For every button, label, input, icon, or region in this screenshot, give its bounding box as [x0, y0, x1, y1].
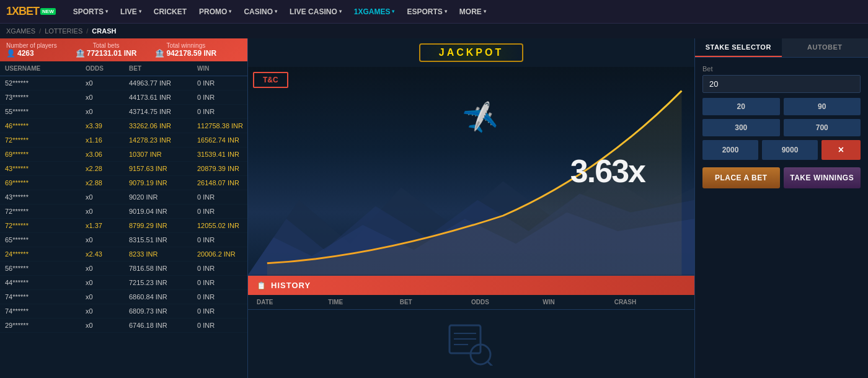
td-bet: 6746.18 INR	[124, 319, 192, 332]
table-row: 55****** x0 43714.75 INR 0 INR	[0, 105, 247, 119]
td-bet: 9020 INR	[124, 190, 192, 204]
table-row: 29****** x0 6746.18 INR 0 INR	[0, 319, 247, 333]
table-row: 72****** x1.37 8799.29 INR 12055.02 INR	[0, 219, 247, 233]
td-username: 74******	[0, 304, 81, 318]
td-win: 20006.2 INR	[192, 247, 247, 261]
td-username: 44******	[0, 276, 81, 289]
center-panel: JACKPOT	[248, 38, 694, 378]
td-odds: x0	[81, 190, 124, 204]
table-row: 24****** x2.43 8233 INR 20006.2 INR	[0, 247, 247, 262]
td-bet: 9079.19 INR	[124, 176, 192, 190]
game-area: T&C ✈️ 3.63x	[248, 67, 694, 275]
qb-btn-700[interactable]: 700	[784, 119, 861, 136]
qb-btn-300[interactable]: 300	[702, 119, 780, 136]
svg-line-8	[488, 362, 493, 366]
quick-bets-row1: 20 90 300 700	[702, 98, 861, 136]
left-panel: Number of players 👤 4263 Total bets 🏦 77…	[0, 38, 248, 378]
td-win: 0 INR	[192, 233, 247, 247]
td-win: 0 INR	[192, 319, 247, 332]
td-odds: x0	[81, 290, 124, 304]
nav-1xgames[interactable]: 1XGAMES ▾	[349, 5, 400, 19]
stats-bar: Number of players 👤 4263 Total bets 🏦 77…	[0, 38, 247, 61]
table-row: 72****** x1.16 14278.23 INR 16562.74 INR	[0, 133, 247, 147]
td-odds: x2.43	[81, 247, 124, 261]
qb-btn-20[interactable]: 20	[702, 98, 780, 115]
td-odds: x0	[81, 304, 124, 318]
stat-total-winnings-value: 🏦 942178.59 INR	[155, 49, 216, 58]
history-panel: 📋 HISTORY DATE TIME BET ODDS WIN CRASH	[248, 275, 694, 378]
td-username: 69******	[0, 147, 81, 161]
multiplier-display: 3.63x	[570, 152, 645, 190]
qb-btn-2000[interactable]: 2000	[702, 140, 758, 160]
history-col-bet: BET	[400, 299, 471, 305]
td-win: 0 INR	[192, 190, 247, 204]
breadcrumb-xgames[interactable]: XGAMES	[6, 27, 35, 35]
tc-button[interactable]: T&C	[253, 72, 288, 88]
td-bet: 8799.29 INR	[124, 219, 192, 232]
table-row: 69****** x2.88 9079.19 INR 26148.07 INR	[0, 176, 247, 190]
logo: 1XBET NEW	[6, 5, 56, 18]
nav-casino[interactable]: CASINO ▾	[239, 5, 282, 19]
td-odds: x2.28	[81, 162, 124, 175]
td-username: 73******	[0, 90, 81, 104]
td-win: 20879.39 INR	[192, 162, 247, 175]
history-title: HISTORY	[271, 281, 311, 290]
td-bet: 6809.73 INR	[124, 304, 192, 318]
td-bet: 33262.06 INR	[124, 119, 192, 133]
bet-label: Bet	[702, 65, 861, 73]
bet-input[interactable]	[702, 75, 861, 93]
table-row: 65****** x0 8315.51 INR 0 INR	[0, 233, 247, 247]
td-username: 29******	[0, 319, 81, 332]
table-row: 74****** x0 6809.73 INR 0 INR	[0, 304, 247, 319]
td-username: 72******	[0, 204, 81, 218]
navbar: 1XBET NEW SPORTS ▾ LIVE ▾ CRICKET PROMO …	[0, 0, 868, 24]
td-win: 26148.07 INR	[192, 176, 247, 190]
tab-stake-selector[interactable]: STAKE SELECTOR	[695, 38, 782, 57]
table-row: 73****** x0 44173.61 INR 0 INR	[0, 90, 247, 105]
table-body: 52****** x0 44963.77 INR 0 INR 73****** …	[0, 76, 247, 355]
nav-more[interactable]: MORE ▾	[454, 5, 491, 19]
take-winnings-button[interactable]: TAKE WINNINGS	[784, 167, 861, 188]
qb-btn-9000[interactable]: 9000	[762, 140, 818, 160]
td-bet: 8315.51 INR	[124, 233, 192, 247]
breadcrumb-sep2: /	[86, 27, 88, 35]
td-win: 0 INR	[192, 76, 247, 90]
qb-btn-clear[interactable]: ×	[822, 140, 861, 160]
table-row: 69****** x3.06 10307 INR 31539.41 INR	[0, 147, 247, 162]
breadcrumb-sep1: /	[39, 27, 41, 35]
history-empty-state	[248, 310, 694, 378]
td-username: 69******	[0, 176, 81, 190]
nav-live[interactable]: LIVE ▾	[115, 5, 146, 19]
breadcrumb-lotteries[interactable]: LOTTERIES	[45, 27, 82, 35]
table-row: 44****** x0 7215.23 INR 0 INR	[0, 276, 247, 290]
td-win: 0 INR	[192, 204, 247, 218]
td-odds: x0	[81, 233, 124, 247]
selector-tabs: STAKE SELECTOR AUTOBET	[695, 38, 868, 58]
nav-cricket[interactable]: CRICKET	[149, 5, 192, 19]
td-username: 74******	[0, 290, 81, 304]
history-col-crash: CRASH	[614, 299, 686, 305]
history-columns: DATE TIME BET ODDS WIN CRASH	[248, 295, 694, 310]
th-win: WIN	[192, 61, 248, 76]
table-header: USERNAME ODDS BET WIN	[0, 61, 247, 76]
td-bet: 43714.75 INR	[124, 105, 192, 118]
nav-sports[interactable]: SPORTS ▾	[68, 5, 113, 19]
qb-btn-90[interactable]: 90	[784, 98, 861, 115]
stat-players-label: Number of players	[6, 42, 57, 49]
nav-live-casino[interactable]: LIVE CASINO ▾	[285, 5, 347, 19]
td-win: 0 INR	[192, 290, 247, 304]
tab-autobet[interactable]: AUTOBET	[782, 38, 869, 57]
breadcrumb: XGAMES / LOTTERIES / CRASH	[0, 24, 868, 38]
td-odds: x0	[81, 76, 124, 90]
table-row: 46****** x3.39 33262.06 INR 112758.38 IN…	[0, 119, 247, 133]
td-username: 24******	[0, 247, 81, 261]
nav-esports[interactable]: ESPORTS ▾	[402, 5, 451, 19]
td-bet: 7215.23 INR	[124, 276, 192, 289]
nav-promo[interactable]: PROMO ▾	[194, 5, 236, 19]
td-bet: 14278.23 INR	[124, 133, 192, 147]
place-bet-button[interactable]: PLACE A BET	[702, 167, 780, 188]
td-bet: 9157.63 INR	[124, 162, 192, 175]
stat-total-bets-value: 🏦 772131.01 INR	[76, 49, 137, 58]
stat-players: Number of players 👤 4263	[6, 42, 57, 58]
td-bet: 6860.84 INR	[124, 290, 192, 304]
